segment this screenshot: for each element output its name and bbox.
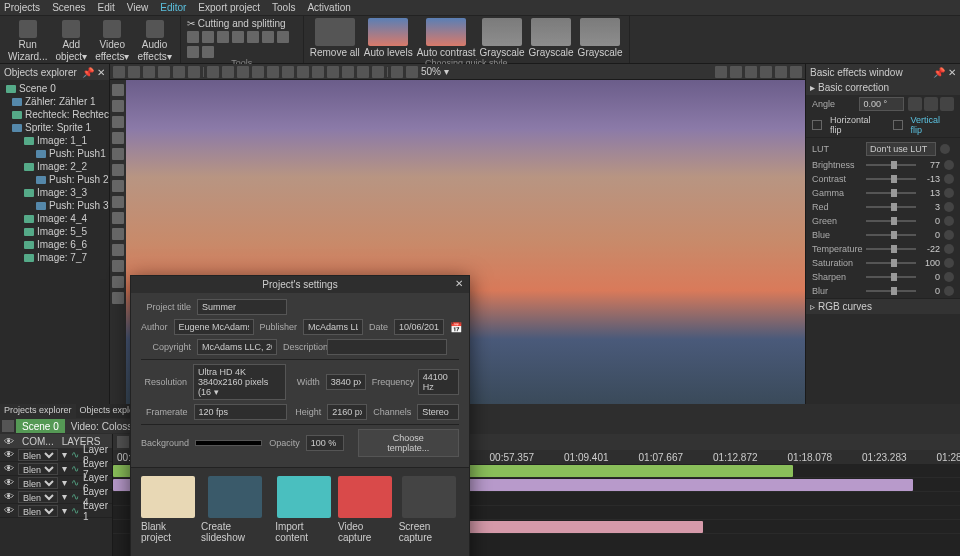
hflip-checkbox[interactable] — [812, 120, 822, 130]
tl-icon[interactable] — [117, 436, 129, 448]
blend-mode-dropdown[interactable]: Blend — [18, 449, 58, 461]
chart-tool-icon[interactable] — [112, 180, 124, 192]
tb-icon[interactable] — [372, 66, 384, 78]
pen-tool-icon[interactable] — [112, 148, 124, 160]
style-grayscale-1[interactable]: Grayscale — [480, 18, 525, 58]
add-object-button[interactable]: Addobject▾ — [53, 18, 89, 64]
tool-icon[interactable] — [247, 31, 259, 43]
tb-icon[interactable] — [745, 66, 757, 78]
reset-icon[interactable] — [944, 230, 954, 240]
tb-icon[interactable] — [188, 66, 200, 78]
tree-item[interactable]: Image: 3_3 — [2, 186, 107, 199]
green-slider[interactable] — [866, 220, 916, 222]
blur-slider[interactable] — [866, 290, 916, 292]
counter-tool-icon[interactable] — [112, 228, 124, 240]
tb-icon[interactable] — [760, 66, 772, 78]
reset-icon[interactable] — [944, 188, 954, 198]
style-grayscale-2[interactable]: Grayscale — [529, 18, 574, 58]
tree-item[interactable]: Image: 6_6 — [2, 238, 107, 251]
bezier-tool-icon[interactable] — [112, 164, 124, 176]
tb-icon[interactable] — [297, 66, 309, 78]
width-input[interactable] — [326, 374, 366, 390]
rgb-curves-section[interactable]: ▹RGB curves — [806, 298, 960, 314]
blend-mode-dropdown[interactable]: Blend — [18, 505, 58, 517]
line-tool-icon[interactable] — [112, 132, 124, 144]
chevron-down-icon[interactable]: ▾ — [62, 477, 67, 488]
eye-icon[interactable]: 👁 — [4, 463, 14, 474]
tree-item[interactable]: Image: 7_7 — [2, 251, 107, 264]
template-video-capture[interactable]: Video capture — [338, 476, 393, 543]
tool-icon[interactable] — [232, 31, 244, 43]
template-slideshow[interactable]: Create slideshow — [201, 476, 269, 543]
tb-icon[interactable] — [173, 66, 185, 78]
lut-dropdown[interactable]: Don't use LUT — [866, 142, 936, 156]
reset-icon[interactable] — [944, 174, 954, 184]
reset-icon[interactable] — [944, 244, 954, 254]
tool-icon[interactable] — [202, 46, 214, 58]
tb-icon[interactable] — [128, 66, 140, 78]
channels-dropdown[interactable]: Stereo — [417, 404, 459, 420]
tooltip-tool-icon[interactable] — [112, 212, 124, 224]
select-tool-icon[interactable] — [112, 84, 124, 96]
tb-icon[interactable] — [775, 66, 787, 78]
tb-icon[interactable] — [207, 66, 219, 78]
tree-item[interactable]: Push: Push1 — [2, 147, 107, 160]
pin-icon[interactable]: 📌 ✕ — [933, 67, 956, 78]
video-effects-button[interactable]: Videoeffects▾ — [93, 18, 131, 64]
reset-icon[interactable] — [944, 258, 954, 268]
tree-item[interactable]: Scene 0 — [2, 82, 107, 95]
chevron-down-icon[interactable]: ▾ — [62, 463, 67, 474]
style-remove-all[interactable]: Remove all — [310, 18, 360, 58]
objects-tree[interactable]: Scene 0Zähler: Zähler 1Rechteck: Rechtec… — [0, 80, 109, 404]
eye-icon[interactable]: 👁 — [4, 491, 14, 502]
red-slider[interactable] — [866, 206, 916, 208]
tb-icon[interactable] — [267, 66, 279, 78]
sharpen-slider[interactable] — [866, 276, 916, 278]
tool-icon[interactable] — [262, 31, 274, 43]
style-auto-contrast[interactable]: Auto contrast — [417, 18, 476, 58]
tree-item[interactable]: Zähler: Zähler 1 — [2, 95, 107, 108]
template-blank[interactable]: Blank project — [141, 476, 195, 543]
menu-view[interactable]: View — [127, 2, 149, 13]
basic-correction-section[interactable]: ▸Basic correction — [806, 80, 960, 95]
tb-icon[interactable] — [113, 66, 125, 78]
spectrum-tool-icon[interactable] — [112, 276, 124, 288]
choose-template-button[interactable]: Choose template... — [358, 429, 459, 457]
audio-tool-icon[interactable] — [112, 260, 124, 272]
menu-export[interactable]: Export project — [198, 2, 260, 13]
pin-icon[interactable]: 📌 ✕ — [82, 67, 105, 78]
tree-item[interactable]: Image: 4_4 — [2, 212, 107, 225]
tool-icon[interactable] — [187, 31, 199, 43]
tree-item[interactable]: Image: 5_5 — [2, 225, 107, 238]
menu-editor[interactable]: Editor — [160, 2, 186, 13]
close-icon[interactable]: ✕ — [455, 278, 463, 289]
tb-icon[interactable] — [715, 66, 727, 78]
tb-icon[interactable] — [252, 66, 264, 78]
projects-explorer-tab[interactable]: Projects explorer — [0, 404, 76, 418]
temperature-slider[interactable] — [866, 248, 916, 250]
tree-item[interactable]: Rechteck: Rechteck 2 — [2, 108, 107, 121]
tb-icon[interactable] — [406, 66, 418, 78]
menu-projects[interactable]: Projects — [4, 2, 40, 13]
eye-icon[interactable]: 👁 — [4, 449, 14, 460]
rotate-ccw-icon[interactable] — [908, 97, 922, 111]
tb-icon[interactable] — [327, 66, 339, 78]
chevron-down-icon[interactable]: ▾ — [62, 491, 67, 502]
reset-icon[interactable] — [944, 216, 954, 226]
blue-slider[interactable] — [866, 234, 916, 236]
reset-icon[interactable] — [944, 160, 954, 170]
frequency-dropdown[interactable]: 44100 Hz — [418, 369, 459, 395]
tool-icon[interactable] — [277, 31, 289, 43]
style-auto-levels[interactable]: Auto levels — [364, 18, 413, 58]
tb-icon[interactable] — [342, 66, 354, 78]
rotate-cw-icon[interactable] — [924, 97, 938, 111]
tool-icon[interactable] — [217, 31, 229, 43]
reset-icon[interactable] — [944, 272, 954, 282]
framerate-dropdown[interactable]: 120 fps — [194, 404, 288, 420]
tree-item[interactable]: Push: Push 2 — [2, 173, 107, 186]
calendar-icon[interactable]: 📅 — [450, 322, 462, 333]
resolution-dropdown[interactable]: Ultra HD 4K 3840x2160 pixels (16 ▾ — [193, 364, 286, 400]
gamma-slider[interactable] — [866, 192, 916, 194]
tree-item[interactable]: Push: Push 3 — [2, 199, 107, 212]
eye-icon[interactable]: 👁 — [4, 477, 14, 488]
